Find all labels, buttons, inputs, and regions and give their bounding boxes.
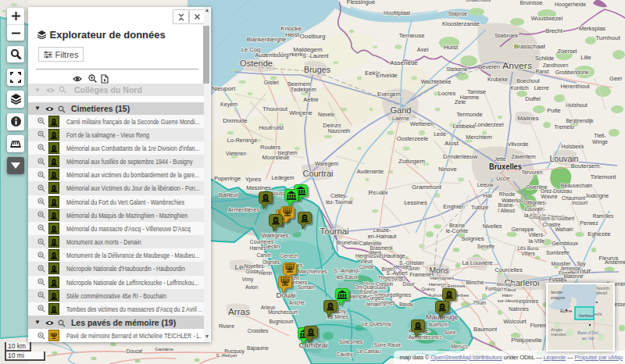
- svg-text:Termonde: Termonde: [456, 111, 482, 118]
- svg-text:Harmignies: Harmignies: [430, 276, 454, 280]
- svg-text:Hulst: Hulst: [444, 44, 459, 51]
- svg-text:Dour: Dour: [402, 281, 415, 287]
- svg-text:Stekene: Stekene: [446, 66, 468, 73]
- svg-text:Zottegem: Zottegem: [398, 158, 425, 165]
- svg-text:Winge: Winge: [592, 139, 608, 145]
- svg-text:Gerpinnes: Gerpinnes: [515, 298, 539, 305]
- svg-text:Grakenbos: Grakenbos: [466, 0, 491, 2]
- svg-text:Armentières: Armentières: [228, 206, 260, 213]
- svg-text:Boechout: Boechout: [516, 78, 540, 84]
- svg-text:Boutersem: Boutersem: [571, 162, 599, 170]
- svg-text:Walhain: Walhain: [555, 227, 573, 232]
- svg-text:Courrières: Courrières: [250, 239, 274, 244]
- svg-text:Waregem: Waregem: [315, 161, 338, 167]
- svg-text:Walcourt: Walcourt: [503, 318, 527, 325]
- svg-text:Somain: Somain: [298, 284, 315, 290]
- svg-text:Brunehaut: Brunehaut: [337, 240, 360, 245]
- svg-text:Nivelles: Nivelles: [483, 223, 502, 229]
- svg-text:Duffel: Duffel: [525, 95, 541, 102]
- svg-text:Les Bons: Les Bons: [517, 245, 539, 251]
- svg-text:Genech: Genech: [280, 253, 298, 259]
- svg-text:Geel: Geel: [609, 75, 622, 82]
- svg-text:Krubeke: Krubeke: [488, 77, 508, 82]
- svg-text:Aulmont: Aulmont: [429, 322, 448, 327]
- svg-text:Wetteren: Wetteren: [410, 120, 434, 127]
- svg-text:Axel: Axel: [417, 46, 429, 53]
- svg-text:Braine: Braine: [449, 223, 465, 228]
- svg-text:au Val: au Val: [582, 336, 595, 341]
- svg-text:Ostende: Ostende: [240, 59, 273, 68]
- svg-text:Maldegem: Maldegem: [293, 46, 323, 53]
- svg-text:Binche: Binche: [466, 279, 484, 286]
- svg-text:Lebbeke: Lebbeke: [453, 123, 476, 130]
- svg-text:etagne: etagne: [551, 295, 566, 300]
- svg-text:Flessingue: Flessingue: [347, 0, 375, 5]
- svg-text:Solre: Solre: [444, 330, 456, 335]
- svg-text:S.-Amand-: S.-Amand-: [334, 268, 360, 273]
- svg-text:Epine: Epine: [560, 309, 573, 313]
- svg-text:l`Alleud: l`Alleud: [498, 208, 515, 213]
- svg-text:Evergem: Evergem: [377, 91, 401, 98]
- svg-text:Ramillies: Ramillies: [593, 213, 614, 219]
- svg-text:Soire-Raule: Soire-Raule: [374, 342, 402, 348]
- svg-text:Ledegem: Ledegem: [271, 175, 294, 181]
- svg-text:mandes: mandes: [551, 332, 566, 337]
- svg-text:Malines: Malines: [517, 115, 539, 122]
- svg-text:Aeltre: Aeltre: [303, 96, 319, 103]
- svg-text:Lede: Lede: [434, 131, 446, 137]
- svg-text:Curgies: Curgies: [366, 295, 384, 302]
- svg-text:Andenne: Andenne: [605, 259, 625, 265]
- svg-text:Le Quesnoy: Le Quesnoy: [362, 321, 391, 327]
- svg-text:Leeuw: Leeuw: [477, 182, 495, 187]
- svg-text:Carvin: Carvin: [257, 252, 272, 258]
- svg-text:Brasschaat: Brasschaat: [514, 43, 546, 50]
- svg-text:Poperinge: Poperinge: [214, 175, 241, 182]
- svg-text:S.-Rebyer: S.-Rebyer: [216, 353, 237, 358]
- svg-text:Thuin: Thuin: [473, 300, 487, 305]
- svg-text:Gand: Gand: [391, 105, 412, 115]
- svg-text:Ham-: Ham-: [502, 293, 514, 298]
- svg-text:Begijnendijk: Begijnendijk: [566, 118, 594, 124]
- svg-text:Nevele: Nevele: [318, 112, 335, 117]
- svg-text:Gistel: Gistel: [263, 79, 279, 86]
- svg-text:lande-: lande-: [551, 290, 564, 294]
- svg-text:Enghien: Enghien: [443, 203, 465, 210]
- svg-text:Seneffe: Seneffe: [477, 244, 495, 249]
- svg-text:Hensies: Hensies: [393, 264, 412, 269]
- svg-text:Quévy: Quévy: [421, 287, 434, 291]
- svg-text:Baumont: Baumont: [473, 326, 498, 333]
- svg-text:Braine-: Braine-: [498, 202, 515, 208]
- svg-text:Nieuport: Nieuport: [212, 85, 236, 92]
- svg-text:Grammont: Grammont: [412, 184, 442, 191]
- svg-text:Merksplas: Merksplas: [579, 25, 605, 32]
- svg-text:Aniche: Aniche: [289, 300, 305, 305]
- svg-text:Hoofdplaat: Hoofdplaat: [384, 10, 410, 16]
- svg-text:Beveren: Beveren: [478, 63, 500, 70]
- svg-text:Bavay: Bavay: [399, 302, 414, 308]
- svg-text:Gembloux: Gembloux: [552, 240, 578, 247]
- svg-text:Bugnicourt: Bugnicourt: [269, 319, 293, 325]
- svg-text:Wattignies: Wattignies: [262, 232, 289, 239]
- svg-text:Crespin: Crespin: [376, 281, 394, 287]
- svg-text:Vieux: Vieux: [360, 259, 373, 264]
- svg-text:Hoogerheide: Hoogerheide: [555, 2, 586, 8]
- svg-text:la-Ville: la-Ville: [529, 238, 545, 244]
- svg-text:Brasménil: Brasménil: [370, 245, 393, 251]
- svg-text:Ypres: Ypres: [245, 176, 261, 183]
- svg-text:Locres: Locres: [438, 90, 456, 97]
- svg-text:M.-Tilleul: M.-Tilleul: [497, 287, 516, 292]
- svg-text:Bapaume: Bapaume: [247, 345, 269, 352]
- svg-text:Staproe: Staproe: [448, 11, 468, 17]
- svg-text:Gaulaine: Gaulaine: [155, 347, 174, 352]
- svg-text:Putte: Putte: [547, 107, 561, 114]
- svg-text:Riviere: Riviere: [219, 323, 235, 329]
- svg-text:Ninove: Ninove: [438, 166, 456, 173]
- svg-text:Baie d'Orl...: Baie d'Orl...: [577, 330, 602, 335]
- svg-text:Blankenberghe: Blankenberghe: [247, 36, 286, 43]
- svg-text:Tournai: Tournai: [320, 227, 349, 236]
- svg-text:Stabroek: Stabroek: [495, 32, 518, 39]
- svg-text:Wuustwezel: Wuustwezel: [531, 15, 563, 22]
- svg-text:Westf.: Westf.: [596, 291, 609, 295]
- svg-text:lez-Tournai: lez-Tournai: [326, 199, 353, 205]
- svg-text:Monchecourt: Monchecourt: [268, 309, 298, 315]
